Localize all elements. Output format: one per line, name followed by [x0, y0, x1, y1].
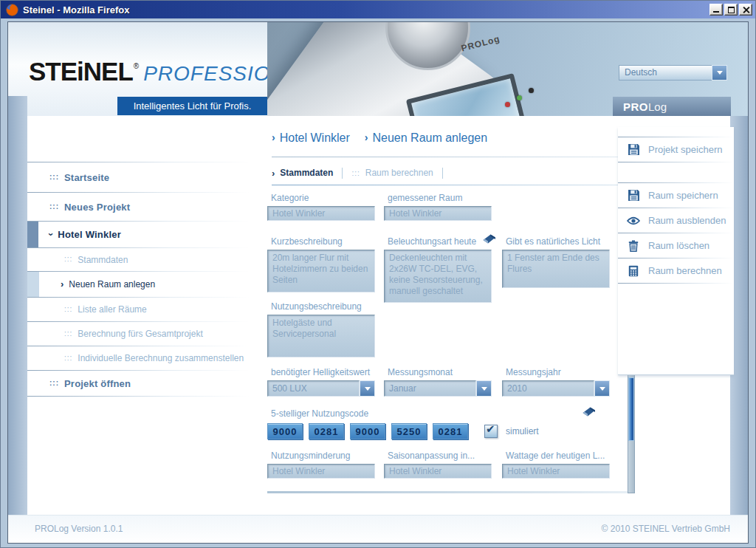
calculator-icon [627, 264, 640, 277]
sidebar-item-label: Hotel Winkler [58, 229, 121, 240]
save-icon [627, 189, 640, 202]
badge-log-text: Log [648, 100, 667, 113]
natuerliches-licht-textarea[interactable]: 1 Fenster am Ende des Flures [502, 250, 610, 288]
sidebar-item-neues-projekt[interactable]: ::: Neues Projekt [27, 193, 250, 221]
nutzungsminderung-input[interactable] [267, 464, 375, 479]
header: STEiNEL ® PROFESSIONAL Intelligentes Lic… [8, 22, 748, 116]
sidebar-item-projekt-oeffnen[interactable]: ::: Projekt öffnen [27, 371, 250, 396]
eraser-icon[interactable] [480, 233, 497, 244]
tab-raum-berechnen[interactable]: ::: Raum berechnen [351, 168, 433, 178]
close-button[interactable] [739, 4, 752, 16]
simuliert-checkbox[interactable]: ✔ [484, 425, 498, 438]
field-label-wattage: Wattage der heutigen L... [506, 451, 610, 461]
dropdown-arrow-icon[interactable] [594, 380, 610, 397]
helligkeitswert-select[interactable]: 500 LUX [267, 380, 375, 397]
messungsmonat-select[interactable]: Januar [384, 380, 492, 397]
projekt-speichern-button[interactable]: Projekt speichern [618, 137, 734, 162]
page: STEiNEL ® PROFESSIONAL Intelligentes Lic… [7, 21, 749, 544]
browser-window: Steinel - Mozilla Firefox STEiNEL ® PROF… [0, 0, 756, 548]
scrollbar-thumb[interactable] [628, 377, 634, 441]
language-select[interactable]: Deutsch [619, 65, 727, 81]
bullet: ::: [64, 255, 72, 263]
raum-berechnen-button[interactable]: Raum berechnen [618, 258, 734, 283]
nutzungscode-box-5[interactable]: 0281 [433, 423, 468, 439]
chevron-down-icon [365, 387, 371, 391]
dropdown-arrow-icon[interactable] [360, 380, 375, 397]
arrow-right-icon: › [272, 168, 275, 179]
sidebar-item-label: Neues Projekt [64, 202, 130, 213]
breadcrumb-item-neuen-raum-anlegen[interactable]: › Neuen Raum anlegen [365, 131, 487, 145]
active-item-marker [27, 272, 39, 297]
field-label-nutzungsminderung: Nutzungsminderung [271, 451, 375, 461]
form-scrollbar[interactable] [628, 374, 635, 493]
field-label-gemessener-raum: gemessener Raum [388, 193, 492, 203]
kurzbeschreibung-textarea[interactable]: 20m langer Flur mit Hotelzimmern zu beid… [267, 250, 375, 292]
window-controls [709, 4, 752, 16]
bullet: ::: [351, 169, 360, 177]
sidebar-item-liste-aller-raeume[interactable]: ::: Liste aller Räume [27, 298, 250, 321]
messungsjahr-select[interactable]: 2010 [502, 380, 610, 397]
eraser-icon[interactable] [580, 406, 597, 417]
divider [272, 157, 625, 157]
nutzungscode-box-1[interactable]: 9000 [267, 423, 303, 439]
sidebar-item-label: Stammdaten [78, 255, 128, 265]
sidebar-item-neuen-raum-anlegen[interactable]: › Neuen Raum anlegen [27, 272, 250, 297]
kategorie-input[interactable] [267, 206, 375, 221]
raum-speichern-button[interactable]: Raum speichern [618, 183, 734, 208]
sidebar-nav: ::: Startseite ::: Neues Projekt › Hotel… [27, 162, 250, 397]
field-label-nutzungsbeschreibung: Nutzungsbeschreibung [271, 301, 375, 312]
maximize-icon [728, 7, 735, 13]
chevron-down-icon [717, 71, 723, 75]
beleuchtungsart-textarea[interactable]: Deckenleuchten mit 2x26W TC-DEL, EVG, ke… [384, 250, 492, 303]
dropdown-arrow-icon[interactable] [476, 380, 492, 397]
maximize-button[interactable] [724, 4, 738, 16]
nutzungsbeschreibung-textarea[interactable]: Hotelgäste und Servicepersonal [267, 315, 375, 357]
tab-stammdaten[interactable]: › Stammdaten [272, 168, 333, 179]
tagline-text: Intelligentes Licht für Profis. [134, 100, 252, 112]
firefox-icon [6, 4, 18, 16]
saisonanpassung-input[interactable] [384, 464, 492, 479]
copyright-text: © 2010 STEINEL Vertrieb GmbH [602, 524, 730, 534]
action-label: Raum berechnen [648, 265, 722, 276]
raum-ausblenden-button[interactable]: Raum ausblenden [618, 208, 734, 233]
divider [27, 396, 250, 397]
sidebar-item-hotel-winkler[interactable]: › Hotel Winkler [27, 222, 250, 247]
action-label: Raum löschen [648, 240, 709, 251]
device-led-green [517, 95, 522, 100]
language-select-value[interactable]: Deutsch [619, 65, 712, 81]
raum-loeschen-button[interactable]: Raum löschen [618, 233, 734, 258]
device-led-red [505, 102, 510, 107]
version-text: PROLog Version 1.0.1 [35, 524, 123, 534]
field-label-saisonanpassung: Saisonanpassung in... [388, 451, 492, 461]
prolog-badge: PROLog [613, 97, 731, 116]
close-icon [743, 7, 749, 13]
sidebar-item-label: Neuen Raum anlegen [69, 279, 155, 290]
nutzungscode-box-3[interactable]: 9000 [350, 423, 385, 439]
simuliert-check-group: ✔ simuliert [484, 425, 539, 438]
divider [342, 168, 343, 179]
sidebar-item-individuelle-berechnung[interactable]: ::: Individuelle Berechnung zusammenstel… [27, 346, 250, 370]
nutzungscode-box-4[interactable]: 5250 [391, 423, 427, 439]
wattage-input[interactable] [502, 464, 610, 479]
breadcrumb-label: Hotel Winkler [280, 131, 350, 145]
bullet: ::: [49, 379, 59, 387]
breadcrumb-label: Neuen Raum anlegen [372, 131, 487, 145]
tab-label: Raum berechnen [365, 168, 433, 178]
nutzungscode-box-2[interactable]: 0281 [309, 423, 344, 439]
field-label-messungsjahr: Messungsjahr [506, 367, 610, 377]
field-label-helligkeitswert: benötigter Helligkeitswert [271, 367, 375, 377]
minimize-button[interactable] [709, 4, 723, 16]
field-label-kategorie: Kategorie [271, 193, 375, 203]
active-section-marker [27, 222, 38, 247]
action-label: Raum speichern [648, 190, 718, 201]
window-titlebar: Steinel - Mozilla Firefox [1, 1, 755, 18]
language-select-arrow-icon[interactable] [712, 65, 727, 81]
sidebar-item-stammdaten[interactable]: ::: Stammdaten [27, 248, 250, 271]
sidebar-item-berechnung-gesamtprojekt[interactable]: ::: Berechnung fürs Gesamtprojekt [27, 322, 250, 346]
breadcrumb: › Hotel Winkler › Neuen Raum anlegen [272, 131, 487, 145]
gemessener-raum-input[interactable] [384, 206, 492, 221]
bullet: ::: [64, 329, 72, 338]
sidebar-item-label: Liste aller Räume [78, 304, 146, 315]
breadcrumb-item-hotel-winkler[interactable]: › Hotel Winkler [272, 131, 350, 145]
sidebar-item-startseite[interactable]: ::: Startseite [27, 162, 250, 192]
